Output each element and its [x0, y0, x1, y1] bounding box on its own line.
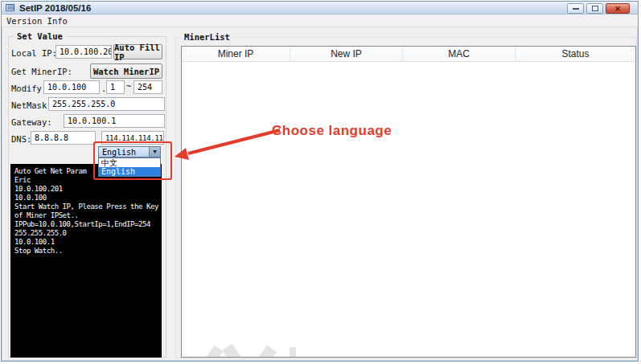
console-line: IPPub=10.0.100,StartIp=1,EndIP=254 — [14, 220, 162, 229]
watermark-shape — [247, 346, 277, 358]
console-line: 10.0.100.201 — [14, 185, 162, 194]
menubar: Version Info — [2, 14, 638, 27]
auto-fill-ip-button[interactable]: Auto Fill IP — [113, 44, 162, 59]
console-line: Stop Watch.. — [14, 247, 162, 256]
close-icon: ✕ — [614, 5, 621, 13]
column-header-status[interactable]: Status — [516, 47, 635, 61]
gateway-label: Gateway: — [11, 117, 52, 127]
modify-prefix-input[interactable]: 10.0.100 — [43, 80, 100, 94]
annotation-text: Choose language — [272, 123, 392, 139]
console-line: 10.0.100.1 — [14, 238, 162, 247]
menu-item-version-info[interactable]: Version Info — [2, 16, 72, 26]
set-value-title: Set Value — [14, 31, 66, 41]
column-header-miner-ip[interactable]: Miner IP — [182, 47, 290, 61]
maximize-button[interactable] — [586, 3, 603, 14]
close-button[interactable]: ✕ — [606, 3, 630, 14]
dns-primary-input[interactable]: 8.8.8.8 — [31, 131, 96, 145]
modify-end-input[interactable]: 254 — [134, 80, 162, 94]
column-header-mac[interactable]: MAC — [403, 47, 516, 61]
watch-miner-ip-button[interactable]: Watch MinerIP — [90, 63, 162, 79]
app-icon — [6, 4, 14, 11]
miner-list-table: Miner IP New IP MAC Status — [181, 46, 636, 358]
miner-list-header: Miner IP New IP MAC Status — [182, 47, 635, 62]
watermark-shape — [222, 344, 253, 358]
minimize-icon — [573, 8, 579, 10]
app-window: SetIP 2018/05/16 ✕ Version Info Set Valu… — [1, 1, 639, 362]
modify-start-input[interactable]: 1 — [106, 80, 125, 94]
netmask-label: NetMask: — [11, 100, 52, 110]
get-miner-ip-label: Get MinerIP: — [11, 67, 72, 76]
console-log: Auto Get Net Param Eric 10.0.100.201 10.… — [10, 164, 162, 358]
window-title: SetIP 2018/05/16 — [19, 3, 91, 13]
local-ip-label: Local IP: — [11, 48, 57, 58]
column-header-new-ip[interactable]: New IP — [290, 47, 403, 61]
watermark-shape — [290, 347, 296, 358]
annotation-highlight-box — [93, 141, 172, 180]
maximize-icon — [592, 6, 598, 11]
modify-label: Modify: — [11, 84, 47, 93]
console-line: 10.0.100 — [14, 194, 162, 202]
netmask-input[interactable]: 255.255.255.0 — [48, 97, 165, 111]
console-line: of Miner IPSet.. — [14, 211, 162, 220]
window-controls: ✕ — [567, 3, 630, 14]
modify-tilde-separator: ~ — [126, 81, 131, 91]
console-line: Start Watch IP, Please Press the Key — [14, 202, 162, 211]
titlebar[interactable]: SetIP 2018/05/16 ✕ — [2, 2, 638, 14]
miner-list-title: MinerList — [181, 32, 233, 42]
watermark-shape — [196, 346, 224, 358]
console-line: 255.255.255.0 — [14, 229, 162, 238]
local-ip-input[interactable]: 10.0.100.201 — [55, 45, 112, 59]
minimize-button[interactable] — [567, 3, 584, 14]
dns-label: DNS: — [11, 134, 31, 144]
gateway-input[interactable]: 10.0.100.1 — [64, 114, 165, 128]
